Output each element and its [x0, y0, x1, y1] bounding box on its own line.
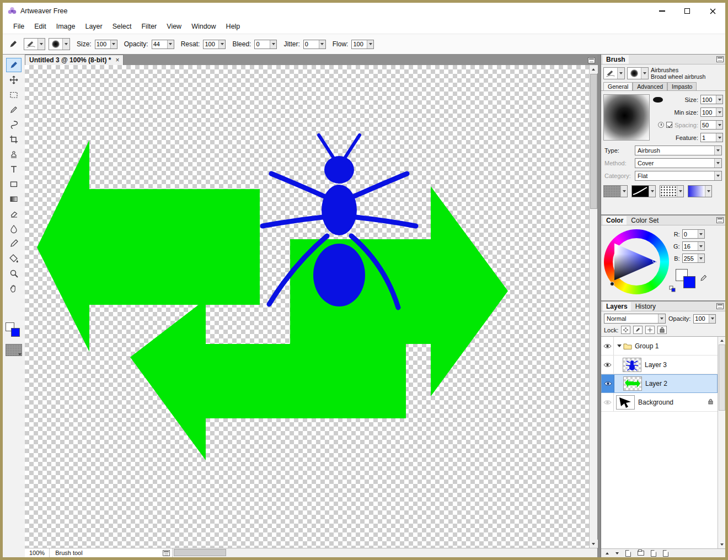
spinner-arrow-icon[interactable] — [716, 108, 722, 116]
brush-preset-dropdown[interactable] — [24, 38, 45, 50]
tab-color-set[interactable]: Color Set — [628, 216, 662, 225]
text-tool-button[interactable] — [6, 162, 22, 176]
brush-minsize-input[interactable] — [700, 107, 723, 117]
scroll-down-icon[interactable] — [590, 540, 598, 548]
panel-menu-icon[interactable] — [163, 550, 170, 556]
menu-item-view[interactable]: View — [162, 20, 186, 33]
spinner-arrow-icon[interactable] — [698, 254, 704, 262]
stroke-pattern-dropdown[interactable] — [631, 185, 656, 197]
resat-input[interactable] — [203, 40, 226, 49]
zoom-tool-button[interactable] — [6, 266, 22, 281]
new-group-button[interactable] — [638, 551, 644, 556]
layer-row-background[interactable]: Background — [601, 393, 718, 412]
crop-tool-button[interactable] — [6, 132, 22, 147]
brush-tip-dropdown[interactable] — [627, 67, 649, 79]
hand-tool-button[interactable] — [6, 281, 22, 295]
minimize-button[interactable] — [649, 3, 675, 19]
color-wheel[interactable] — [604, 229, 669, 294]
menu-item-window[interactable]: Window — [186, 20, 221, 33]
sv-marker[interactable] — [652, 259, 656, 263]
lock-all-button[interactable] — [657, 326, 667, 334]
spinner-arrow-icon[interactable] — [319, 40, 325, 49]
zoom-level[interactable]: 100% — [25, 548, 50, 557]
visibility-toggle[interactable] — [602, 375, 614, 392]
lasso-tool-button[interactable] — [6, 117, 22, 132]
spinner-arrow-icon[interactable] — [218, 40, 225, 49]
spinner-arrow-icon[interactable] — [698, 242, 704, 250]
pencil-tool-button[interactable] — [6, 103, 22, 117]
spinner-arrow-icon[interactable] — [110, 40, 117, 49]
eyedropper-icon[interactable] — [699, 274, 707, 284]
brush-type-select[interactable]: Airbrush — [635, 146, 722, 155]
rect-select-tool-button[interactable] — [6, 88, 22, 102]
menu-item-help[interactable]: Help — [221, 20, 245, 33]
opacity-input[interactable] — [152, 40, 174, 49]
panel-menu-icon[interactable] — [716, 303, 724, 309]
hue-marker[interactable] — [610, 282, 614, 286]
brush-category-select[interactable]: Flat — [635, 171, 722, 181]
spinner-arrow-icon[interactable] — [167, 40, 174, 49]
paper-texture-dropdown[interactable] — [603, 185, 628, 197]
tab-brush[interactable]: Brush — [603, 55, 629, 64]
menu-item-image[interactable]: Image — [51, 20, 81, 33]
brush-tip-dropdown[interactable] — [49, 38, 70, 50]
tab-color[interactable]: Color — [603, 216, 627, 225]
saturation-value-triangle[interactable] — [614, 240, 659, 283]
canvas[interactable] — [25, 65, 589, 548]
layer-row-layer2-selected[interactable]: Layer 2 — [601, 374, 718, 393]
eyedropper-tool-button[interactable] — [6, 236, 22, 251]
tab-impasto[interactable]: Impasto — [667, 82, 697, 90]
brush-preset-dropdown[interactable] — [603, 67, 625, 79]
fill-tool-button[interactable] — [6, 251, 22, 266]
visibility-toggle[interactable] — [601, 356, 614, 374]
spinner-arrow-icon[interactable] — [716, 95, 722, 104]
jitter-input[interactable] — [303, 40, 326, 49]
red-input[interactable] — [682, 229, 705, 239]
shape-tool-button[interactable] — [6, 177, 22, 191]
collapse-caret-icon[interactable] — [617, 344, 622, 347]
scroll-up-icon[interactable] — [590, 65, 598, 73]
scroll-up-icon[interactable] — [718, 337, 726, 344]
flow-input[interactable] — [351, 40, 374, 49]
visibility-toggle[interactable] — [601, 337, 614, 355]
close-button[interactable] — [700, 3, 725, 19]
tab-history[interactable]: History — [632, 302, 659, 311]
layer-row-layer3[interactable]: Layer 3 — [601, 356, 718, 374]
menu-item-filter[interactable]: Filter — [136, 20, 162, 33]
panel-menu-icon[interactable] — [716, 56, 724, 62]
gradient-tool-button[interactable] — [6, 192, 22, 206]
green-input[interactable] — [682, 241, 705, 251]
lock-paint-button[interactable] — [633, 326, 643, 334]
new-layer-button[interactable] — [625, 550, 631, 557]
layers-scroll-thumb[interactable] — [719, 344, 725, 411]
smudge-tool-button[interactable] — [6, 222, 22, 236]
brush-feature-input[interactable] — [700, 133, 723, 142]
horizontal-scrollbar[interactable] — [172, 548, 597, 557]
scroll-down-icon[interactable] — [718, 541, 726, 548]
spinner-arrow-icon[interactable] — [698, 230, 704, 238]
brush-spacing-input[interactable] — [700, 120, 723, 130]
tab-layers[interactable]: Layers — [603, 302, 631, 311]
layers-scrollbar[interactable] — [718, 337, 725, 548]
eraser-tool-button[interactable] — [6, 207, 22, 221]
spinner-arrow-icon[interactable] — [270, 40, 276, 49]
stamp-tool-button[interactable] — [6, 147, 22, 161]
tab-close-icon[interactable]: × — [115, 56, 119, 64]
move-layer-down-button[interactable] — [615, 552, 619, 554]
foreground-color-swatch[interactable] — [11, 328, 20, 337]
tab-advanced[interactable]: Advanced — [633, 82, 667, 90]
dot-pattern-dropdown[interactable] — [660, 185, 684, 197]
brush-size-input[interactable] — [700, 95, 723, 104]
panel-menu-icon[interactable] — [588, 57, 595, 63]
lock-position-button[interactable] — [645, 326, 655, 334]
document-tab[interactable]: Untitled 3 @ 100% (8-bit) * × — [25, 55, 124, 65]
blue-input[interactable] — [682, 254, 705, 263]
visibility-toggle[interactable] — [601, 393, 614, 411]
panel-menu-icon[interactable] — [716, 217, 724, 223]
layer-row-group1[interactable]: Group 1 — [601, 337, 718, 356]
vertical-scrollbar[interactable] — [589, 65, 597, 548]
spinner-arrow-icon[interactable] — [716, 121, 722, 129]
pattern-swatch[interactable] — [6, 344, 22, 356]
spinner-arrow-icon[interactable] — [716, 133, 722, 142]
spinner-arrow-icon[interactable] — [709, 315, 715, 323]
